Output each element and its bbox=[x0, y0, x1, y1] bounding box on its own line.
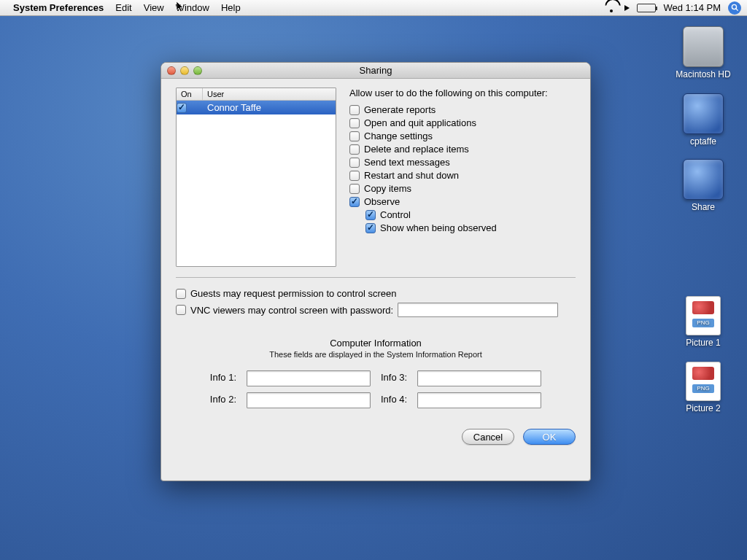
hard-disk-icon bbox=[683, 26, 724, 67]
info2-field[interactable] bbox=[247, 392, 371, 408]
spotlight-icon[interactable] bbox=[728, 1, 741, 15]
checkbox-observe[interactable] bbox=[349, 197, 360, 207]
desktop-icon-hd[interactable]: Macintosh HD bbox=[674, 26, 732, 79]
access-options: Guests may request permission to control… bbox=[176, 288, 576, 317]
checkbox-show-observed[interactable] bbox=[365, 223, 376, 233]
column-header-on[interactable]: On bbox=[177, 88, 203, 100]
user-enabled-checkbox[interactable] bbox=[177, 103, 187, 113]
wifi-icon[interactable] bbox=[605, 4, 617, 12]
info2-label: Info 2: bbox=[210, 392, 236, 408]
desktop-icon-label: Macintosh HD bbox=[674, 69, 732, 79]
desktop-icon-label: Picture 2 bbox=[674, 403, 732, 413]
window-title: Sharing bbox=[161, 65, 590, 76]
desktop-icon-label: Picture 1 bbox=[674, 338, 732, 348]
ok-button[interactable]: OK bbox=[523, 429, 576, 445]
divider bbox=[176, 277, 576, 278]
button-row: Cancel OK bbox=[176, 429, 576, 445]
png-file-icon: PNG bbox=[686, 362, 721, 401]
titlebar[interactable]: Sharing bbox=[161, 63, 590, 79]
volume-icon[interactable] bbox=[624, 5, 630, 11]
svg-line-1 bbox=[735, 9, 738, 11]
info4-field[interactable] bbox=[417, 392, 541, 408]
user-row[interactable]: Connor Taffe bbox=[177, 101, 336, 114]
checkbox-change-settings[interactable] bbox=[349, 131, 360, 141]
checkbox-delete-replace[interactable] bbox=[349, 144, 360, 155]
menu-help[interactable]: Help bbox=[221, 2, 241, 13]
checkbox-restart-shutdown[interactable] bbox=[349, 171, 360, 181]
network-globe-icon bbox=[683, 159, 724, 200]
battery-icon[interactable] bbox=[637, 4, 656, 12]
svg-point-0 bbox=[732, 4, 736, 9]
info4-label: Info 4: bbox=[381, 392, 407, 408]
info3-field[interactable] bbox=[417, 370, 541, 386]
checkbox-control[interactable] bbox=[365, 210, 376, 220]
menu-view[interactable]: View bbox=[144, 2, 164, 13]
png-file-icon: PNG bbox=[686, 296, 721, 335]
checkbox-generate-reports[interactable] bbox=[349, 105, 360, 115]
permissions-panel: Allow user to do the following on this c… bbox=[349, 88, 576, 267]
computer-info-section: Computer Information These fields are di… bbox=[176, 338, 576, 408]
desktop-icon-label: Share bbox=[674, 202, 732, 212]
info1-label: Info 1: bbox=[210, 370, 236, 386]
menubar: System Preferences Edit View Window Help… bbox=[0, 0, 747, 16]
cancel-button[interactable]: Cancel bbox=[462, 429, 514, 445]
computer-info-subtext: These fields are displayed in the System… bbox=[176, 350, 576, 359]
user-name: Connor Taffe bbox=[203, 101, 336, 114]
vnc-password-field[interactable] bbox=[398, 303, 558, 317]
checkbox-send-text[interactable] bbox=[349, 158, 360, 168]
desktop-icon-picture-2[interactable]: PNG Picture 2 bbox=[674, 362, 732, 413]
user-list-header: On User bbox=[177, 88, 336, 101]
info3-label: Info 3: bbox=[381, 370, 407, 386]
checkbox-open-quit-apps[interactable] bbox=[349, 118, 360, 128]
user-list[interactable]: On User Connor Taffe bbox=[176, 88, 336, 267]
clock[interactable]: Wed 1:14 PM bbox=[663, 2, 721, 13]
checkbox-copy-items[interactable] bbox=[349, 184, 360, 194]
desktop-icon-picture-1[interactable]: PNG Picture 1 bbox=[674, 296, 732, 348]
cursor-icon bbox=[177, 1, 185, 13]
permissions-heading: Allow user to do the following on this c… bbox=[349, 88, 576, 98]
checkbox-guest-request[interactable] bbox=[176, 289, 186, 299]
desktop-icon-net-share[interactable]: Share bbox=[674, 159, 732, 212]
desktop-icon-net-cptaffe[interactable]: cptaffe bbox=[674, 93, 732, 147]
checkbox-vnc[interactable] bbox=[176, 305, 186, 315]
sharing-sheet: Sharing On User Connor Taffe Allow user … bbox=[160, 62, 591, 481]
menu-edit[interactable]: Edit bbox=[115, 2, 131, 13]
computer-info-heading: Computer Information bbox=[176, 338, 576, 349]
network-globe-icon bbox=[683, 93, 724, 134]
info1-field[interactable] bbox=[247, 370, 371, 386]
column-header-user[interactable]: User bbox=[203, 88, 228, 100]
app-menu[interactable]: System Preferences bbox=[13, 2, 104, 13]
desktop-icon-label: cptaffe bbox=[674, 136, 732, 147]
